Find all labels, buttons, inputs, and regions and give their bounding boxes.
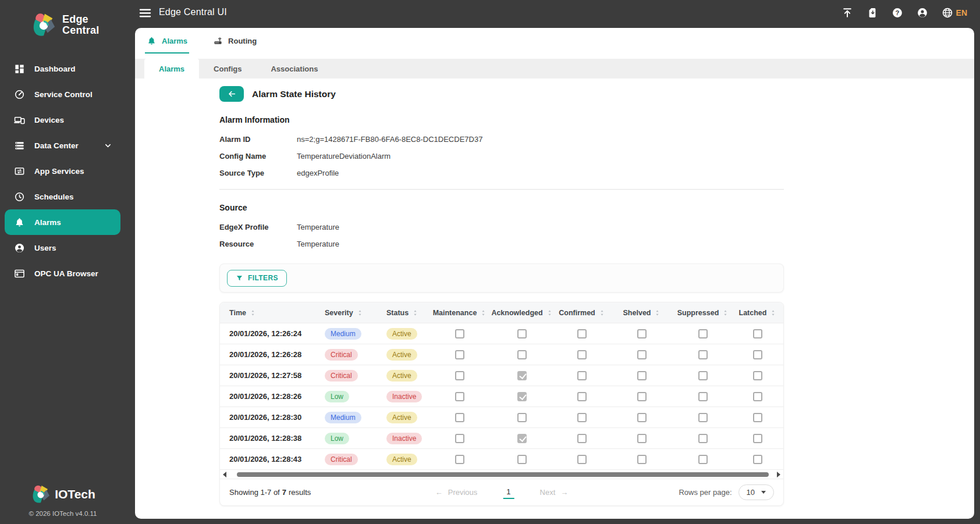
hamburger-menu-icon[interactable] <box>139 6 152 20</box>
shelved-checkbox[interactable] <box>637 413 647 422</box>
table-row[interactable]: 20/01/2026, 12:26:24 Medium Active <box>220 323 783 344</box>
page-number[interactable]: 1 <box>503 486 514 499</box>
maintenance-checkbox[interactable] <box>455 413 464 422</box>
acknowledged-checkbox[interactable] <box>517 350 527 359</box>
confirmed-checkbox[interactable] <box>577 413 587 422</box>
latched-checkbox[interactable] <box>753 455 762 464</box>
confirmed-checkbox[interactable] <box>577 329 587 338</box>
table-row[interactable]: 20/01/2026, 12:28:38 Low Inactive <box>220 427 783 448</box>
suppressed-checkbox[interactable] <box>698 392 708 401</box>
maintenance-checkbox[interactable] <box>455 392 464 401</box>
maintenance-checkbox[interactable] <box>455 350 464 359</box>
confirmed-checkbox[interactable] <box>577 455 587 464</box>
table-row[interactable]: 20/01/2026, 12:26:28 Critical Active <box>220 344 783 365</box>
back-button[interactable] <box>219 86 244 102</box>
column-header-severity[interactable]: Severity <box>315 309 377 317</box>
previous-label: Previous <box>448 488 478 497</box>
suppressed-checkbox[interactable] <box>698 371 708 380</box>
acknowledged-checkbox[interactable] <box>517 392 527 401</box>
sort-icon[interactable] <box>480 309 487 317</box>
rows-per-page-select[interactable]: 10 <box>738 484 774 500</box>
scrollbar-track[interactable] <box>229 472 775 477</box>
acknowledged-checkbox[interactable] <box>517 371 527 380</box>
shelved-checkbox[interactable] <box>637 434 647 443</box>
latched-checkbox[interactable] <box>753 371 762 380</box>
scroll-right-arrow[interactable] <box>777 472 780 477</box>
scroll-left-arrow[interactable] <box>223 472 226 477</box>
shelved-checkbox[interactable] <box>637 371 647 380</box>
sidebar-item-opc-ua-browser[interactable]: OPC UA Browser <box>5 261 120 286</box>
confirmed-checkbox[interactable] <box>577 392 587 401</box>
sort-icon[interactable] <box>250 309 256 317</box>
sort-icon[interactable] <box>599 309 605 317</box>
sort-icon[interactable] <box>357 309 363 317</box>
sidebar-item-service-control[interactable]: Service Control <box>5 81 120 107</box>
cell-latched <box>734 392 781 401</box>
column-header-status[interactable]: Status <box>377 309 427 317</box>
upload-icon[interactable] <box>841 7 853 19</box>
sidebar-item-app-services[interactable]: App Services <box>5 158 120 184</box>
scrollbar-thumb[interactable] <box>237 472 769 477</box>
tab-routing[interactable]: Routing <box>213 28 257 54</box>
cell-shelved <box>612 434 672 443</box>
table-row[interactable]: 20/01/2026, 12:28:43 Critical Active <box>220 448 783 469</box>
confirmed-checkbox[interactable] <box>577 350 587 359</box>
subtab-configs[interactable]: Configs <box>199 59 256 79</box>
acknowledged-checkbox[interactable] <box>517 434 527 443</box>
sidebar-item-users[interactable]: Users <box>5 235 120 261</box>
suppressed-checkbox[interactable] <box>698 434 708 443</box>
subtab-alarms[interactable]: Alarms <box>144 59 199 79</box>
account-icon[interactable] <box>917 7 928 19</box>
confirmed-checkbox[interactable] <box>577 371 587 380</box>
sidebar-item-devices[interactable]: Devices <box>5 107 120 133</box>
column-header-shelved[interactable]: Shelved <box>612 309 672 317</box>
column-header-confirmed[interactable]: Confirmed <box>552 309 612 317</box>
column-header-maintenance[interactable]: Maintenance <box>427 309 492 317</box>
globe-icon[interactable]: EN <box>942 7 967 19</box>
shelved-checkbox[interactable] <box>637 329 647 338</box>
sort-icon[interactable] <box>654 309 661 317</box>
shelved-checkbox[interactable] <box>637 455 647 464</box>
subtab-associations[interactable]: Associations <box>256 59 332 79</box>
tab-alarms[interactable]: Alarms <box>147 28 187 54</box>
table-row[interactable]: 20/01/2026, 12:28:26 Low Inactive <box>220 386 783 407</box>
sidebar-item-data-center[interactable]: Data Center <box>5 133 120 158</box>
sim-download-icon[interactable] <box>867 7 878 19</box>
column-header-latched[interactable]: Latched <box>734 309 781 317</box>
help-icon[interactable] <box>892 7 903 19</box>
latched-checkbox[interactable] <box>753 392 762 401</box>
suppressed-checkbox[interactable] <box>698 329 708 338</box>
shelved-checkbox[interactable] <box>637 392 647 401</box>
latched-checkbox[interactable] <box>753 329 762 338</box>
confirmed-checkbox[interactable] <box>577 434 587 443</box>
latched-checkbox[interactable] <box>753 434 762 443</box>
maintenance-checkbox[interactable] <box>455 329 464 338</box>
maintenance-checkbox[interactable] <box>455 434 464 443</box>
table-row[interactable]: 20/01/2026, 12:27:58 Critical Active <box>220 365 783 386</box>
table-row[interactable]: 20/01/2026, 12:28:30 Medium Active <box>220 407 783 427</box>
column-header-suppressed[interactable]: Suppressed <box>672 309 734 317</box>
suppressed-checkbox[interactable] <box>698 350 708 359</box>
filters-button[interactable]: FILTERS <box>227 270 287 287</box>
acknowledged-checkbox[interactable] <box>517 455 527 464</box>
maintenance-checkbox[interactable] <box>455 455 464 464</box>
acknowledged-checkbox[interactable] <box>517 413 527 422</box>
horizontal-scrollbar[interactable] <box>220 469 783 479</box>
suppressed-checkbox[interactable] <box>698 413 708 422</box>
sort-icon[interactable] <box>722 309 729 317</box>
acknowledged-checkbox[interactable] <box>517 329 527 338</box>
column-header-time[interactable]: Time <box>220 309 315 317</box>
maintenance-checkbox[interactable] <box>455 371 464 380</box>
suppressed-checkbox[interactable] <box>698 455 708 464</box>
latched-checkbox[interactable] <box>753 413 762 422</box>
next-page-button[interactable]: Next → <box>540 488 569 497</box>
latched-checkbox[interactable] <box>753 350 762 359</box>
sidebar-item-dashboard[interactable]: Dashboard <box>5 56 120 81</box>
column-header-acknowledged[interactable]: Acknowledged <box>492 309 552 317</box>
sort-icon[interactable] <box>412 309 418 317</box>
sidebar-item-schedules[interactable]: Schedules <box>5 184 120 209</box>
previous-page-button[interactable]: ← Previous <box>435 488 478 497</box>
sort-icon[interactable] <box>770 309 776 317</box>
shelved-checkbox[interactable] <box>637 350 647 359</box>
sidebar-item-alarms[interactable]: Alarms <box>5 209 120 235</box>
